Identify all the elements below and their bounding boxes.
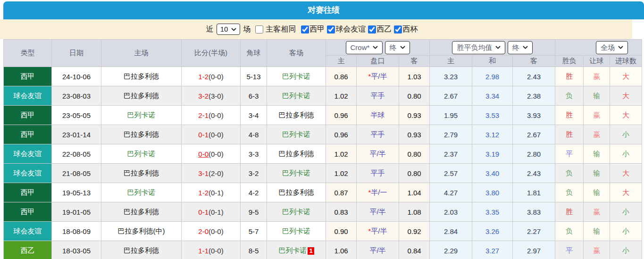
home-team: 巴列卡诺 [101, 183, 182, 202]
league-checkbox-2[interactable] [368, 25, 376, 33]
games-label: 场 [243, 25, 251, 34]
avg-draw: 3.40 [472, 164, 513, 183]
result-handicap: 输 [584, 144, 610, 164]
away-team: 巴拉多利德 [279, 188, 314, 196]
filter-bar: 近 10 场 主客相同 西甲球会友谊西乙西杯 [0, 19, 632, 39]
home-team: 巴拉多利德(中) [101, 222, 182, 241]
match-date: 22-08-05 [52, 144, 101, 164]
table-row: 西甲 23-01-14 巴拉多利德 0-1(0-0) 4-8 巴列卡诺 0.96… [4, 125, 642, 144]
match-type-badge: 球会友谊 [4, 86, 52, 106]
avg-draw: 3.12 [472, 125, 513, 144]
avg-home: 1.95 [430, 106, 472, 125]
away-cell: 巴列卡诺 [267, 125, 326, 144]
odds-handicap-cell: 平/半 [357, 144, 399, 164]
sub-header-avg-away: 客 [513, 56, 555, 67]
h2h-table: 类型 日期 主场 比分(半场) 角球 客场 Crow* 终 [3, 39, 642, 259]
avg-type-select[interactable]: 胜平负均值 [452, 41, 505, 54]
league-checkbox-0[interactable] [301, 25, 309, 33]
odds-handicap: 平/半 [369, 150, 385, 158]
sub-header-odds-home: 主 [326, 56, 357, 67]
avg-time-select[interactable]: 终 [508, 41, 533, 54]
avg-home: 2.84 [430, 222, 472, 241]
odds-handicap: 半/一 [371, 188, 387, 196]
sub-header-handicap-result: 让球 [584, 56, 610, 67]
score-cell: 1-2(0-0) [182, 67, 241, 86]
avg-draw: 3.80 [472, 183, 513, 202]
odds-handicap: 平/半 [371, 227, 387, 235]
recent-count-select[interactable]: 10 [217, 24, 241, 35]
odds-home: 0.96 [326, 125, 357, 144]
scope-select[interactable]: 全场 [596, 41, 628, 54]
match-type-badge: 西甲 [4, 202, 52, 222]
same-venue-label: 主客相同 [266, 25, 296, 34]
score-cell: 0-1(0-0) [182, 125, 241, 144]
league-label-2: 西乙 [376, 25, 392, 34]
match-type-badge: 球会友谊 [4, 164, 52, 183]
avg-away: 3.83 [513, 202, 555, 222]
chevron-down-icon [618, 46, 623, 49]
halftime-score: (0-0) [209, 227, 224, 235]
odds-home: 0.87 [326, 183, 357, 202]
result-goals: 小 [610, 241, 642, 259]
corner-count: 5-7 [241, 222, 267, 241]
table-row: 西甲 23-05-05 巴列卡诺 2-1(0-0) 3-4 巴拉多利德 0.96… [4, 106, 642, 125]
away-cell: 巴列卡诺 [267, 222, 326, 241]
match-date: 24-10-06 [52, 67, 101, 86]
home-team: 巴拉多利德 [101, 241, 182, 259]
odds-time-value: 终 [390, 43, 397, 52]
odds-time-select[interactable]: 终 [385, 41, 410, 54]
match-date: 18-03-05 [52, 241, 101, 259]
result-handicap: 赢 [584, 125, 610, 144]
head-to-head-widget: 对赛往绩 近 10 场 主客相同 西甲球会友谊西乙西杯 类型 日期 主场 比分(… [3, 1, 644, 259]
result-handicap: 输 [584, 86, 610, 106]
avg-away: 2.67 [513, 125, 555, 144]
avg-time-value: 终 [512, 43, 519, 52]
halftime-score: (0-0) [209, 73, 224, 81]
result-goals: 小 [610, 125, 642, 144]
score-cell: 2-0(0-0) [182, 222, 241, 241]
avg-away: 2.97 [513, 241, 555, 259]
fulltime-score: 1-2 [198, 189, 209, 197]
same-venue-checkbox[interactable] [255, 25, 263, 33]
away-team: 巴列卡诺 [282, 92, 310, 100]
col-header-away: 客场 [267, 40, 326, 67]
away-cell: 巴列卡诺 [267, 202, 326, 222]
avg-draw: 2.98 [472, 67, 513, 86]
col-header-score: 比分(半场) [182, 40, 241, 67]
odds-provider-select[interactable]: Crow* [346, 41, 383, 54]
result-outcome: 胜 [555, 202, 584, 222]
odds-handicap: 平手 [371, 130, 385, 138]
odds-home: 0.96 [326, 106, 357, 125]
chevron-down-icon [400, 46, 405, 49]
home-team: 巴拉多利德 [101, 202, 182, 222]
odds-home: 0.83 [326, 202, 357, 222]
avg-home: 2.57 [430, 164, 472, 183]
away-cell: 巴列卡诺 [267, 67, 326, 86]
avg-home: 3.23 [430, 67, 472, 86]
result-handicap: 赢 [584, 241, 610, 259]
result-outcome: 平 [555, 144, 584, 164]
odds-handicap: 平/半 [371, 72, 387, 80]
odds-away: 0.80 [399, 86, 430, 106]
avg-home: 2.29 [430, 241, 472, 259]
result-outcome: 负 [555, 222, 584, 241]
result-outcome: 胜 [555, 67, 584, 86]
odds-away: 0.80 [399, 164, 430, 183]
away-team: 巴列卡诺 [278, 246, 307, 254]
chevron-down-icon [373, 46, 378, 49]
sub-header-odds-away: 客 [399, 56, 430, 67]
odds-handicap-cell: 平手 [357, 125, 399, 144]
score-cell: 0-1(0-1) [182, 202, 241, 222]
match-type-badge: 西甲 [4, 183, 52, 202]
result-goals: 大 [610, 106, 642, 125]
avg-draw: 3.35 [472, 202, 513, 222]
fulltime-score: 2-1 [198, 111, 209, 119]
match-date: 18-08-09 [52, 222, 101, 241]
league-checkbox-1[interactable] [327, 25, 335, 33]
league-checkbox-3[interactable] [394, 25, 402, 33]
sub-header-goals: 进球数 [610, 56, 642, 67]
league-label-3: 西杯 [402, 25, 418, 34]
odds-home: 0.86 [326, 67, 357, 86]
avg-away: 3.93 [513, 106, 555, 125]
table-row: 西甲 19-05-13 巴列卡诺 1-2(0-1) 4-2 巴拉多利德 0.87… [4, 183, 642, 202]
